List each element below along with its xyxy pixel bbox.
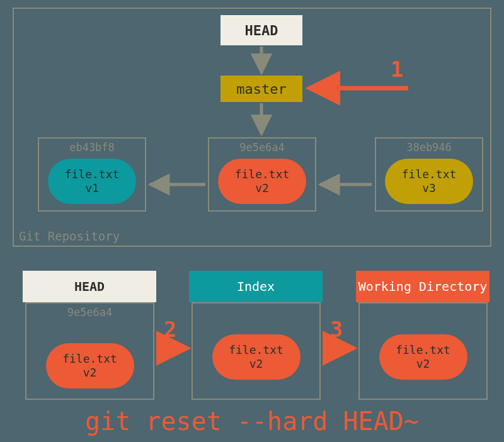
file-pill-3: file.txt v3 (385, 159, 473, 204)
bottom-head-pill: file.txt v2 (46, 343, 134, 388)
branch-box: master (220, 76, 302, 102)
file-name-3: file.txt (402, 167, 457, 181)
bottom-index-pill: file.txt v2 (212, 334, 301, 380)
commit-hash-3: 38eb946 (376, 141, 482, 154)
bottom-index-version: v2 (249, 357, 263, 371)
file-name-1: file.txt (65, 167, 120, 181)
bottom-head-header: HEAD (23, 271, 156, 302)
bottom-wd-box: file.txt v2 (358, 302, 488, 400)
file-name-2: file.txt (235, 167, 290, 181)
bottom-wd-file: file.txt (396, 343, 450, 357)
bottom-head-box: 9e5e6a4 file.txt v2 (25, 302, 154, 400)
bottom-index-file: file.txt (229, 343, 284, 357)
git-command: git reset --hard HEAD~ (85, 407, 419, 436)
bottom-wd-version: v2 (416, 357, 430, 371)
bottom-head-hash: 9e5e6a4 (26, 306, 153, 319)
commit-box-1: eb43bf8 file.txt v1 (38, 137, 146, 212)
commit-box-2: 9e5e6a4 file.txt v2 (208, 137, 316, 212)
file-version-3: v3 (422, 181, 436, 195)
step-3-label: 3 (330, 317, 343, 342)
bottom-wd-title: Working Directory (358, 280, 488, 293)
head-box: HEAD (220, 15, 302, 45)
bottom-head-file: file.txt (62, 352, 117, 366)
branch-label: master (236, 81, 286, 97)
step-1-label: 1 (391, 57, 403, 82)
bottom-head-version: v2 (83, 366, 97, 380)
file-pill-1: file.txt v1 (48, 159, 136, 204)
file-version-2: v2 (255, 181, 269, 195)
file-pill-2: file.txt v2 (218, 159, 306, 204)
bottom-index-header: Index (189, 271, 323, 302)
commit-hash-1: eb43bf8 (39, 141, 145, 154)
commit-box-3: 38eb946 file.txt v3 (375, 137, 483, 212)
bottom-wd-pill: file.txt v2 (379, 334, 467, 380)
head-label: HEAD (245, 23, 278, 38)
file-version-1: v1 (85, 181, 99, 195)
bottom-index-box: file.txt v2 (192, 302, 321, 400)
bottom-head-title: HEAD (74, 280, 105, 293)
bottom-index-title: Index (237, 280, 275, 293)
commit-hash-2: 9e5e6a4 (209, 141, 315, 154)
bottom-wd-header: Working Directory (356, 271, 490, 302)
step-2-label: 2 (164, 317, 176, 342)
repo-label: Git Repository (19, 229, 120, 243)
